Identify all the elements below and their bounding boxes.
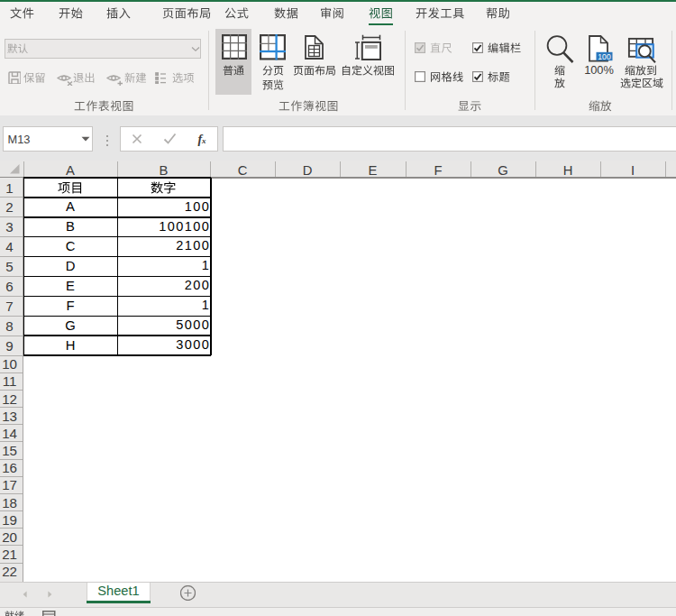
- svg-text:100: 100: [598, 51, 611, 60]
